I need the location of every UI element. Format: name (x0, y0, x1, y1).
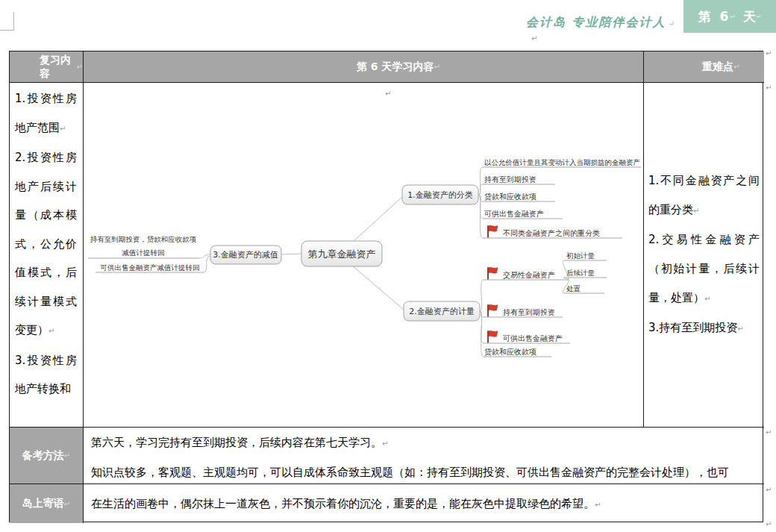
review-paragraph: 2.投资性房地产后续计量（成本模式，公允价值模式，后续计量模式变更）↵ (15, 143, 77, 346)
mindmap-topic: 持有至到期投资 (503, 308, 555, 316)
review-paragraph: 3.投资性房地产转换和 (15, 346, 77, 404)
header-key-points-label: 重难点 (702, 60, 733, 74)
island-message-label-cell: 岛上寄语↵ (10, 484, 84, 523)
key-points-cell: 1.不同金融资产之间的重分类↵ 2.交易性金融资产（初始计量，后续计量，处置）↵… (644, 83, 764, 428)
day-number: 6 (720, 9, 729, 24)
day-badge-prefix: 第 (698, 8, 711, 25)
paragraph-mark: ↵ (766, 84, 772, 92)
prep-method-label: 备考方法 (22, 449, 64, 463)
mindmap-branch-impairment: 3.金融资产的减值 (210, 245, 281, 264)
paragraph-mark: ↵ (595, 501, 601, 509)
mindmap-topic: 交易性金融资产 (503, 271, 555, 279)
header-review-label: 复习内容 (40, 54, 77, 81)
mindmap-topic: 持有至到期投资，贷款和应收款项 (90, 235, 197, 243)
key-point-paragraph: 1.不同金融资产之间的重分类↵ (648, 166, 760, 225)
mindmap-topic: 贷款和应收款项 (484, 193, 536, 201)
branch-classification-label: 1.金融资产的分类 (407, 190, 473, 200)
island-message-label: 岛上寄语 (22, 497, 64, 510)
mindmap-topic: 后续计量 (566, 269, 595, 277)
mindmap-topic: 可供出售金融资产 (484, 210, 544, 218)
flag-icon (488, 225, 498, 237)
brand-text: 会计岛 专业陪伴会计人↵ (526, 15, 675, 31)
paragraph-mark: ↵ (766, 486, 772, 494)
paragraph-mark: ↵ (434, 63, 440, 71)
paragraph-mark: ↵ (77, 63, 83, 71)
mindmap-branch-classification: 1.金融资产的分类 (402, 185, 478, 204)
brand-label: 会计岛 专业陪伴会计人 (526, 15, 666, 29)
page-margin-corner-mark (0, 12, 14, 31)
mindmap-topic: 处置 (566, 284, 581, 292)
mindmap-topic: 可供出售金融资产减值计提转回 (100, 263, 200, 272)
document-page: 会计岛 专业陪伴会计人↵ ↵ 第 6 ↵ 天 ↵ 复习内容↵ 第 6 天学习内容… (0, 0, 776, 532)
mindmap-topic: 贷款和应收款项 (484, 348, 536, 356)
mindmap-topic: 减值计提转回 (122, 248, 165, 257)
mindmap-cell: ↵ (84, 83, 644, 428)
mindmap-topic: 初始计量 (566, 251, 595, 260)
paragraph-mark: ↵ (737, 325, 743, 333)
mindmap-root-label: 第九章金融资产 (308, 248, 376, 260)
prep-paragraph: 知识点较多，客观题、主观题均可，可以自成体系命致主观题（如：持有至到期投资、可供… (91, 458, 760, 486)
prep-method-label-cell: 备考方法↵ (10, 428, 84, 484)
review-paragraph: 1.投资性房地产范围↵ (15, 84, 77, 143)
paragraph-mark: ↵ (64, 500, 70, 508)
prep-paragraph: 第六天，学习完持有至到期投资，后续内容在第七天学习。↵ (91, 428, 760, 458)
paragraph-mark: ↵ (766, 520, 772, 528)
key-point-paragraph: 3.持有至到期投资↵ (648, 313, 760, 343)
paragraph-mark: ↵ (756, 13, 762, 20)
mindmap-topic: 不同类金融资产之间的重分类 (503, 229, 600, 237)
mindmap-image: 第九章金融资产 1.金融资产的分类 2.金融资产的计量 3.金融资产的减值 以公… (84, 83, 643, 427)
key-point-paragraph: 2.交易性金融资产（初始计量，后续计量，处置）↵ (648, 225, 760, 313)
header-key-points: 重难点↵ (644, 51, 764, 83)
paragraph-mark: ↵ (64, 451, 70, 460)
paragraph-mark: ↵ (766, 49, 772, 57)
flag-icon (488, 304, 498, 316)
paragraph-mark: ↵ (733, 63, 739, 71)
paragraph-mark: ↵ (693, 207, 699, 215)
island-message-text: 在生活的画卷中，偶尔抹上一道灰色，并不预示着你的沉沦，重要的是，能在灰色中提取绿… (91, 497, 601, 511)
day-badge-suffix: 天 (743, 8, 756, 25)
flag-icon (488, 331, 498, 342)
review-content-cell: 1.投资性房地产范围↵ 2.投资性房地产后续计量（成本模式，公允价值模式，后续计… (10, 83, 84, 428)
paragraph-mark: ↵ (531, 34, 537, 43)
branch-impairment-label: 3.金融资产的减值 (213, 250, 278, 260)
mindmap-branch-measurement: 2.金融资产的计量 (404, 301, 480, 321)
mindmap-root-node: 第九章金融资产 (301, 241, 382, 266)
header-study-content: 第 6 天学习内容↵ (84, 51, 644, 83)
mindmap-topic: 持有至到期投资 (484, 175, 536, 184)
flag-icon (488, 267, 498, 279)
prep-method-content-cell: 第六天，学习完持有至到期投资，后续内容在第七天学习。↵ 知识点较多，客观题、主观… (84, 428, 764, 484)
paragraph-mark: ↵ (382, 439, 388, 448)
header-review-content: 复习内容↵ (10, 51, 84, 83)
branch-measurement-label: 2.金融资产的计量 (409, 307, 475, 316)
paragraph-mark: ↵ (669, 19, 675, 28)
paragraph-mark: ↵ (48, 327, 54, 335)
day-badge: 第 6 ↵ 天 ↵ (683, 0, 776, 33)
paragraph-mark: ↵ (60, 125, 66, 133)
island-message-content-cell: 在生活的画卷中，偶尔抹上一道灰色，并不预示着你的沉沦，重要的是，能在灰色中提取绿… (84, 484, 764, 523)
mindmap-topic: 以公允价值计量且其变动计入当期损益的金融资产 (484, 158, 640, 166)
paragraph-mark: ↵ (766, 428, 772, 436)
study-plan-table: 复习内容↵ 第 6 天学习内容↵ 重难点↵ 1.投资性房地产范围↵ 2.投资性房… (9, 51, 763, 522)
paragraph-mark: ↵ (704, 295, 710, 303)
mindmap-topic: 可供出售金融资产 (502, 334, 563, 342)
header-study-label: 第 6 天学习内容 (357, 60, 434, 74)
paragraph-mark: ↵ (730, 13, 736, 20)
